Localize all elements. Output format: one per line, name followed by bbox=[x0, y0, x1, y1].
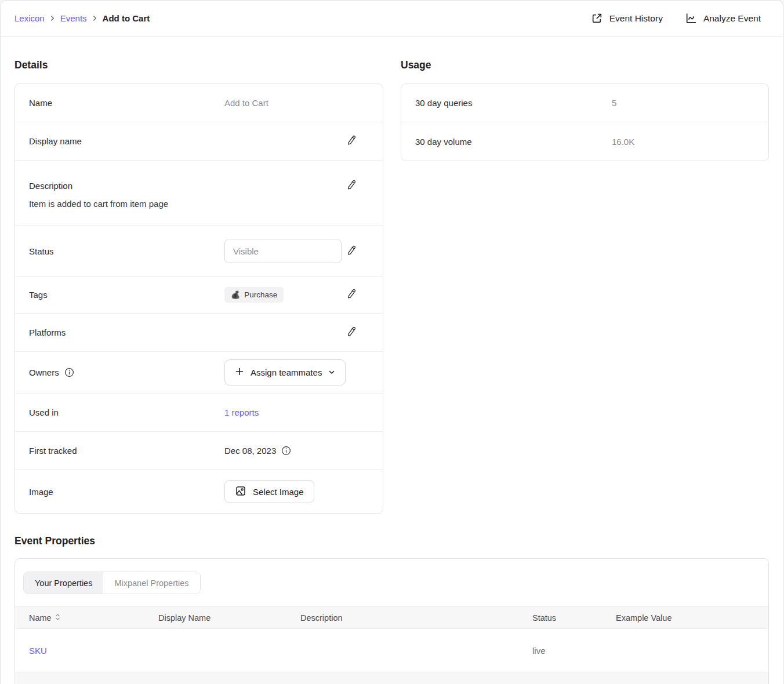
event-properties-card: Your Properties Mixpanel Properties Name bbox=[14, 558, 769, 684]
topbar: Lexicon Events Add to Cart Event Histo bbox=[1, 1, 783, 37]
cell-display-name bbox=[158, 672, 300, 684]
column-header-display-name: Display Name bbox=[158, 607, 300, 629]
tag-purchase: 💰 Purchase bbox=[224, 287, 284, 303]
external-link-icon bbox=[591, 12, 603, 24]
assign-teammates-button[interactable]: Assign teammates bbox=[224, 359, 346, 385]
cell-description bbox=[300, 629, 532, 672]
tab-mixpanel-properties[interactable]: Mixpanel Properties bbox=[103, 572, 199, 594]
analyze-event-button[interactable]: Analyze Event bbox=[685, 12, 761, 24]
cell-example-value bbox=[616, 629, 768, 672]
tag-label: Purchase bbox=[244, 290, 277, 299]
usage-volume-label: 30 day volume bbox=[415, 137, 612, 147]
breadcrumb-current-event: Add to Cart bbox=[103, 13, 150, 23]
pencil-icon bbox=[346, 288, 357, 301]
table-row: Scroll % live bbox=[15, 672, 768, 684]
sort-icon bbox=[55, 613, 60, 623]
usage-queries-value: 5 bbox=[612, 98, 754, 108]
line-chart-icon bbox=[685, 12, 697, 24]
chevron-right-icon bbox=[50, 16, 55, 21]
usage-queries-label: 30 day queries bbox=[415, 98, 612, 108]
usage-section: Usage 30 day queries 5 30 day volume 16.… bbox=[401, 37, 769, 161]
used-in-label: Used in bbox=[29, 408, 224, 417]
topbar-actions: Event History Analyze Event bbox=[591, 12, 761, 24]
display-name-label: Display name bbox=[29, 136, 224, 146]
cell-example-value bbox=[616, 672, 768, 684]
properties-table-header-row: Name Display Name Description Status Exa… bbox=[15, 607, 768, 629]
first-tracked-info-icon[interactable] bbox=[281, 446, 291, 456]
pencil-icon bbox=[346, 326, 357, 339]
details-title: Details bbox=[14, 59, 383, 71]
chevron-right-icon bbox=[92, 16, 97, 21]
breadcrumb: Lexicon Events Add to Cart bbox=[14, 13, 150, 23]
pencil-icon bbox=[346, 134, 357, 148]
edit-tags-button[interactable] bbox=[344, 287, 358, 303]
edit-description-button[interactable] bbox=[344, 178, 358, 194]
column-header-example-value: Example Value bbox=[616, 607, 768, 629]
breadcrumb-lexicon[interactable]: Lexicon bbox=[14, 13, 45, 23]
cell-display-name bbox=[158, 629, 300, 672]
owners-label: Owners bbox=[29, 368, 59, 377]
table-row: SKU live bbox=[15, 629, 768, 672]
select-image-label: Select Image bbox=[253, 487, 304, 497]
detail-row-platforms: Platforms bbox=[15, 314, 383, 352]
platforms-label: Platforms bbox=[29, 328, 224, 337]
owners-info-icon[interactable] bbox=[64, 368, 74, 377]
detail-row-name: Name Add to Cart bbox=[15, 84, 383, 122]
usage-volume-value: 16.0K bbox=[612, 137, 754, 147]
tab-your-properties[interactable]: Your Properties bbox=[24, 572, 103, 594]
event-properties-section: Event Properties Your Properties Mixpane… bbox=[14, 535, 769, 684]
page-content: Details Name Add to Cart Display name bbox=[1, 37, 783, 684]
status-input[interactable] bbox=[224, 239, 342, 263]
cell-description bbox=[300, 672, 532, 684]
money-bag-icon: 💰 bbox=[231, 290, 240, 299]
chevron-down-icon bbox=[328, 368, 335, 377]
usage-title: Usage bbox=[401, 59, 769, 71]
usage-row-volume: 30 day volume 16.0K bbox=[401, 122, 768, 161]
details-card: Name Add to Cart Display name bbox=[14, 83, 383, 514]
cell-status: live bbox=[532, 672, 616, 684]
analyze-event-label: Analyze Event bbox=[703, 13, 761, 24]
lexicon-event-detail-page: Lexicon Events Add to Cart Event Histo bbox=[0, 0, 783, 684]
assign-teammates-label: Assign teammates bbox=[251, 368, 322, 377]
edit-platforms-button[interactable] bbox=[344, 325, 358, 340]
first-tracked-value: Dec 08, 2023 bbox=[224, 446, 276, 456]
details-section: Details Name Add to Cart Display name bbox=[14, 37, 383, 514]
image-label: Image bbox=[29, 487, 224, 497]
column-header-description: Description bbox=[300, 607, 532, 629]
detail-row-tags: Tags 💰 Purchase bbox=[15, 276, 383, 314]
breadcrumb-events[interactable]: Events bbox=[60, 13, 87, 23]
detail-row-display-name: Display name bbox=[15, 122, 383, 161]
description-label: Description bbox=[29, 181, 72, 191]
pencil-icon bbox=[346, 179, 357, 192]
detail-row-used-in: Used in 1 reports bbox=[15, 394, 383, 432]
property-link-sku[interactable]: SKU bbox=[29, 646, 47, 656]
used-in-reports-link[interactable]: 1 reports bbox=[224, 408, 259, 417]
image-icon bbox=[235, 485, 246, 499]
select-image-button[interactable]: Select Image bbox=[224, 480, 314, 503]
usage-row-queries: 30 day queries 5 bbox=[401, 84, 768, 122]
detail-row-image: Image Select Image bbox=[15, 470, 383, 513]
detail-row-status: Status bbox=[15, 226, 383, 276]
event-history-label: Event History bbox=[609, 13, 663, 24]
properties-table: Name Display Name Description Status Exa… bbox=[15, 606, 768, 684]
event-history-button[interactable]: Event History bbox=[591, 12, 663, 24]
detail-row-description: Description Item is added to cart from i… bbox=[15, 161, 383, 226]
detail-row-owners: Owners Assign teammates bbox=[15, 352, 383, 394]
plus-icon bbox=[235, 367, 244, 378]
status-label: Status bbox=[29, 246, 224, 256]
properties-tabs: Your Properties Mixpanel Properties bbox=[15, 559, 768, 606]
column-header-status: Status bbox=[532, 607, 616, 629]
usage-card: 30 day queries 5 30 day volume 16.0K bbox=[401, 83, 769, 161]
name-label: Name bbox=[29, 98, 224, 108]
cell-status: live bbox=[532, 629, 616, 672]
detail-row-first-tracked: First tracked Dec 08, 2023 bbox=[15, 432, 383, 470]
name-value: Add to Cart bbox=[224, 98, 268, 108]
tags-label: Tags bbox=[29, 290, 224, 300]
edit-display-name-button[interactable] bbox=[344, 133, 358, 149]
edit-status-button[interactable] bbox=[344, 243, 358, 259]
event-properties-title: Event Properties bbox=[14, 535, 769, 547]
description-value: Item is added to cart from item page bbox=[29, 198, 358, 210]
first-tracked-label: First tracked bbox=[29, 446, 224, 456]
pencil-icon bbox=[346, 245, 357, 258]
column-header-name[interactable]: Name bbox=[29, 613, 60, 623]
